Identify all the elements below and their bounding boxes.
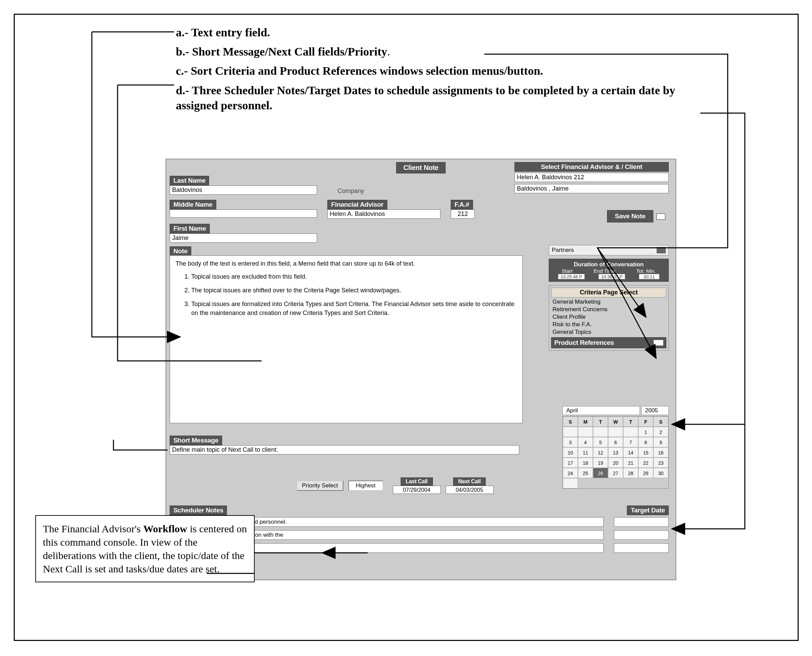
save-icon — [656, 214, 665, 220]
criteria-item[interactable]: General Marketing — [551, 298, 666, 306]
calendar-day[interactable]: 10 — [563, 447, 578, 458]
partners-row[interactable]: Partners — [549, 245, 669, 255]
calendar-day[interactable]: 17 — [563, 458, 578, 468]
calendar-day[interactable]: 4 — [578, 437, 593, 447]
note-textarea[interactable]: The body of the text is entered in this … — [170, 255, 523, 423]
calendar[interactable]: April 2005 SMTWTFS1234567891011121314151… — [563, 406, 669, 489]
conv-header: Duration of Conversation — [551, 261, 666, 268]
calendar-day[interactable]: 30 — [653, 468, 668, 478]
product-ref-label: Product References — [554, 339, 614, 347]
fa-num-label: F.A.# — [451, 200, 473, 209]
calendar-day[interactable]: 11 — [578, 447, 593, 458]
conv-start-lbl: Start — [562, 268, 573, 274]
note-label: Note — [170, 246, 191, 256]
calendar-day[interactable]: 1 — [638, 427, 653, 437]
calendar-day[interactable]: 8 — [638, 437, 653, 447]
annotation-d: d.- Three Scheduler Notes/Target Dates t… — [176, 83, 710, 113]
calendar-dow: S — [563, 416, 578, 427]
window-title: Client Note — [396, 162, 445, 173]
fa-label: Financial Advisor — [327, 200, 387, 209]
calendar-day[interactable]: 7 — [623, 437, 638, 447]
calendar-day[interactable]: 28 — [623, 468, 638, 478]
callout-bold: Workflow — [143, 523, 187, 534]
product-references-button[interactable]: Product References — [551, 337, 666, 348]
client-select[interactable]: Baldovinos , Jaime — [515, 184, 669, 193]
calendar-day[interactable]: 5 — [593, 437, 608, 447]
target-date-2[interactable] — [614, 530, 669, 540]
annotation-d-prefix: d.- — [176, 84, 189, 97]
calendar-day[interactable]: 2 — [653, 427, 668, 437]
conv-tot-lbl: Tot. Min. — [637, 268, 656, 274]
annotation-b-prefix: b.- — [176, 45, 189, 58]
priority-select-button[interactable]: Priority Select — [297, 481, 343, 491]
calendar-day[interactable]: 14 — [623, 447, 638, 458]
note-item-3: Topical issues are formalized into Crite… — [191, 300, 517, 317]
annotation-c-text: Sort Criteria and Product References win… — [188, 65, 543, 77]
scheduler-notes-label: Scheduler Notes — [170, 506, 227, 515]
calendar-day[interactable]: 15 — [638, 447, 653, 458]
calendar-day[interactable]: 6 — [608, 437, 623, 447]
workflow-callout: The Financial Advisor's Workflow is cent… — [35, 515, 255, 582]
calendar-day[interactable]: 20 — [608, 458, 623, 468]
note-list: Topical issues are excluded from this fi… — [191, 272, 517, 317]
calendar-day[interactable]: 12 — [593, 447, 608, 458]
middle-name-label: Middle Name — [170, 200, 216, 209]
calendar-dow: T — [623, 416, 638, 427]
last-call-label: Last Call — [401, 477, 433, 486]
criteria-item[interactable]: General Topics — [551, 328, 666, 336]
calendar-dow: S — [653, 416, 668, 427]
calendar-day[interactable]: 21 — [623, 458, 638, 468]
annotation-a: a.- Text entry field. — [176, 25, 741, 40]
priority-call-row: Priority Select Highest Last Call 07/29/… — [297, 477, 493, 494]
calendar-dow: T — [593, 416, 608, 427]
calendar-day[interactable]: 23 — [653, 458, 668, 468]
side-panel: Partners Duration of Conversation Start … — [549, 245, 669, 354]
calendar-day[interactable]: 16 — [653, 447, 668, 458]
partners-toggle-icon[interactable] — [657, 247, 666, 253]
short-message-label: Short Message — [170, 436, 222, 445]
fa-field[interactable]: Helen A. Baldovinos — [327, 209, 441, 219]
calendar-day[interactable]: 9 — [653, 437, 668, 447]
annotation-a-prefix: a.- — [176, 26, 189, 39]
conversation-duration-box: Duration of Conversation Start End Time … — [549, 259, 669, 282]
criteria-item[interactable]: Retirement Concerns — [551, 306, 666, 313]
partners-label: Partners — [552, 247, 574, 254]
conv-end-val: 10:36:03 P — [599, 274, 625, 279]
last-call-field[interactable]: 07/29/2004 — [393, 486, 441, 494]
short-message-field[interactable]: Define main topic of Next Call to client… — [170, 445, 519, 455]
criteria-item[interactable]: Client Profile — [551, 313, 666, 321]
note-item-2: The topical issues are shifted over to t… — [191, 286, 517, 295]
calendar-day[interactable]: 25 — [578, 468, 593, 478]
next-call-field[interactable]: 04/03/2005 — [445, 486, 493, 494]
calendar-year[interactable]: 2005 — [641, 406, 669, 415]
first-name-field[interactable]: Jaime — [170, 234, 317, 243]
save-note-button[interactable]: Save Note — [607, 210, 653, 223]
calendar-day[interactable]: 26 — [593, 468, 608, 478]
criteria-item[interactable]: Risk to the F.A. — [551, 321, 666, 328]
figure-frame: a.- Text entry field. b.- Short Message/… — [14, 14, 799, 641]
calendar-month[interactable]: April — [563, 406, 640, 415]
calendar-day[interactable]: 18 — [578, 458, 593, 468]
calendar-dow: W — [608, 416, 623, 427]
calendar-day[interactable]: 24 — [563, 468, 578, 478]
calendar-day — [578, 427, 593, 437]
calendar-day[interactable]: 22 — [638, 458, 653, 468]
last-name-field[interactable]: Baldovinos — [170, 186, 317, 195]
calendar-day[interactable]: 19 — [593, 458, 608, 468]
target-date-1[interactable] — [614, 517, 669, 527]
target-date-3[interactable] — [614, 543, 669, 553]
calendar-day[interactable]: 3 — [563, 437, 578, 447]
calendar-day[interactable]: 13 — [608, 447, 623, 458]
calendar-day[interactable]: 29 — [638, 468, 653, 478]
note-item-1: Topical issues are excluded from this fi… — [191, 272, 517, 281]
advisor-select[interactable]: Helen A. Baldovinos 212 — [515, 173, 669, 182]
middle-name-field[interactable] — [170, 209, 317, 218]
priority-value[interactable]: Highest — [348, 481, 383, 491]
calendar-day[interactable]: 27 — [608, 468, 623, 478]
target-date-label: Target Date — [627, 506, 669, 515]
annotation-c: c.- Sort Criteria and Product References… — [176, 63, 741, 79]
callout-text-1: The Financial Advisor's — [43, 523, 143, 534]
calendar-day — [563, 427, 578, 437]
product-ref-icon — [654, 340, 663, 345]
fa-num-field[interactable]: 212 — [451, 209, 475, 219]
